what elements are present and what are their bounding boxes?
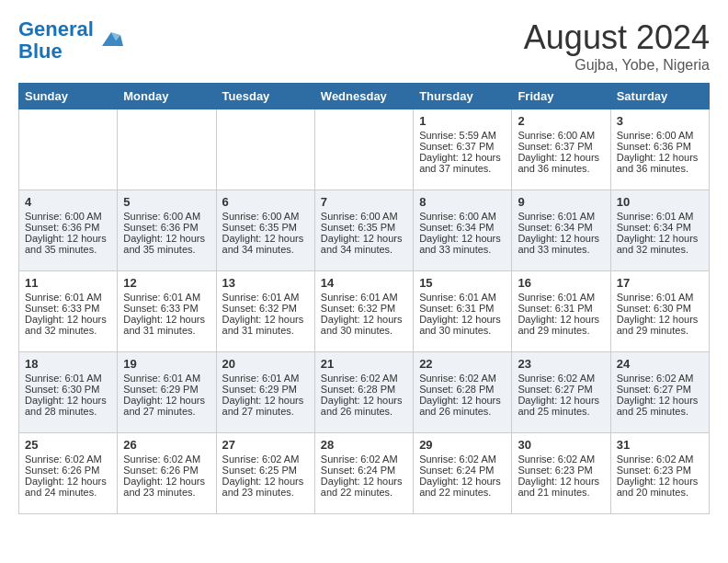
calendar-cell: 31Sunrise: 6:02 AMSunset: 6:23 PMDayligh… <box>610 433 709 514</box>
day-content: Daylight: 12 hours <box>419 152 506 163</box>
calendar-cell: 12Sunrise: 6:01 AMSunset: 6:33 PMDayligh… <box>118 271 216 352</box>
day-content: and 35 minutes. <box>123 244 210 255</box>
day-content: Sunrise: 6:00 AM <box>419 211 506 222</box>
day-content: Sunrise: 6:01 AM <box>518 211 604 222</box>
weekday-header: Wednesday <box>314 84 413 109</box>
day-number: 26 <box>123 438 210 452</box>
day-content: Sunset: 6:34 PM <box>617 222 703 233</box>
calendar-table: SundayMondayTuesdayWednesdayThursdayFrid… <box>18 83 710 514</box>
day-content: and 34 minutes. <box>222 244 309 255</box>
day-content: Daylight: 12 hours <box>518 476 604 487</box>
calendar-cell: 27Sunrise: 6:02 AMSunset: 6:25 PMDayligh… <box>216 433 314 514</box>
day-content: and 26 minutes. <box>419 406 506 417</box>
day-number: 27 <box>222 438 309 452</box>
day-content: Sunset: 6:32 PM <box>321 303 407 314</box>
day-content: Sunrise: 6:01 AM <box>419 292 506 303</box>
day-content: Sunset: 6:31 PM <box>419 303 506 314</box>
day-number: 14 <box>321 276 407 290</box>
day-content: Sunrise: 6:02 AM <box>518 373 604 384</box>
day-content: and 29 minutes. <box>617 325 703 336</box>
day-number: 19 <box>123 357 210 371</box>
day-content: Sunset: 6:37 PM <box>518 141 604 152</box>
day-content: Daylight: 12 hours <box>321 395 407 406</box>
calendar-cell: 29Sunrise: 6:02 AMSunset: 6:24 PMDayligh… <box>414 433 512 514</box>
day-content: and 25 minutes. <box>617 406 703 417</box>
calendar-cell: 16Sunrise: 6:01 AMSunset: 6:31 PMDayligh… <box>512 271 610 352</box>
day-content: Daylight: 12 hours <box>617 314 703 325</box>
calendar-cell: 4Sunrise: 6:00 AMSunset: 6:36 PMDaylight… <box>19 190 118 271</box>
calendar-week-row: 4Sunrise: 6:00 AMSunset: 6:36 PMDaylight… <box>19 190 710 271</box>
day-content: Sunset: 6:31 PM <box>518 303 604 314</box>
day-content: Sunrise: 6:01 AM <box>222 292 309 303</box>
day-content: and 35 minutes. <box>25 244 111 255</box>
day-number: 13 <box>222 276 309 290</box>
day-content: and 22 minutes. <box>419 487 506 498</box>
day-content: Sunset: 6:29 PM <box>123 384 210 395</box>
day-content: Sunrise: 6:00 AM <box>123 211 210 222</box>
day-content: Sunrise: 6:02 AM <box>222 454 309 465</box>
calendar-week-row: 18Sunrise: 6:01 AMSunset: 6:30 PMDayligh… <box>19 352 710 433</box>
day-content: Sunset: 6:36 PM <box>25 222 111 233</box>
calendar-cell: 13Sunrise: 6:01 AMSunset: 6:32 PMDayligh… <box>216 271 314 352</box>
day-content: Sunrise: 6:02 AM <box>518 454 604 465</box>
day-number: 4 <box>25 195 111 209</box>
calendar-cell: 7Sunrise: 6:00 AMSunset: 6:35 PMDaylight… <box>314 190 413 271</box>
day-content: and 25 minutes. <box>518 406 604 417</box>
day-content: and 21 minutes. <box>518 487 604 498</box>
day-content: Sunrise: 6:02 AM <box>419 454 506 465</box>
day-content: Daylight: 12 hours <box>321 476 407 487</box>
day-content: Sunset: 6:26 PM <box>123 465 210 476</box>
weekday-header: Tuesday <box>216 84 314 109</box>
day-content: Sunset: 6:24 PM <box>321 465 407 476</box>
calendar-week-row: 11Sunrise: 6:01 AMSunset: 6:33 PMDayligh… <box>19 271 710 352</box>
day-content: Sunset: 6:33 PM <box>123 303 210 314</box>
day-content: Daylight: 12 hours <box>25 476 111 487</box>
day-number: 1 <box>419 114 506 128</box>
calendar-cell: 5Sunrise: 6:00 AMSunset: 6:36 PMDaylight… <box>118 190 216 271</box>
day-content: Daylight: 12 hours <box>518 314 604 325</box>
day-number: 11 <box>25 276 111 290</box>
day-content: Sunset: 6:23 PM <box>518 465 604 476</box>
title-block: August 2024 Gujba, Yobe, Nigeria <box>524 18 710 74</box>
day-number: 24 <box>617 357 703 371</box>
day-content: Sunrise: 6:02 AM <box>617 454 703 465</box>
day-content: Sunrise: 6:02 AM <box>123 454 210 465</box>
calendar-cell: 15Sunrise: 6:01 AMSunset: 6:31 PMDayligh… <box>414 271 512 352</box>
day-content: Sunrise: 6:02 AM <box>419 373 506 384</box>
day-content: Daylight: 12 hours <box>617 395 703 406</box>
calendar-cell <box>118 109 216 190</box>
day-content: and 36 minutes. <box>518 163 604 174</box>
day-content: Daylight: 12 hours <box>123 395 210 406</box>
day-number: 29 <box>419 438 506 452</box>
day-content: Sunset: 6:25 PM <box>222 465 309 476</box>
day-content: Sunrise: 6:01 AM <box>518 292 604 303</box>
day-number: 25 <box>25 438 111 452</box>
day-content: Sunset: 6:30 PM <box>25 384 111 395</box>
day-number: 7 <box>321 195 407 209</box>
calendar-cell: 19Sunrise: 6:01 AMSunset: 6:29 PMDayligh… <box>118 352 216 433</box>
month-title: August 2024 <box>524 18 710 57</box>
day-number: 2 <box>518 114 604 128</box>
day-content: Sunrise: 6:00 AM <box>321 211 407 222</box>
weekday-header: Saturday <box>610 84 709 109</box>
weekday-header: Sunday <box>19 84 118 109</box>
day-content: Sunrise: 6:02 AM <box>25 454 111 465</box>
day-number: 22 <box>419 357 506 371</box>
calendar-cell: 18Sunrise: 6:01 AMSunset: 6:30 PMDayligh… <box>19 352 118 433</box>
day-number: 16 <box>518 276 604 290</box>
calendar-cell: 21Sunrise: 6:02 AMSunset: 6:28 PMDayligh… <box>314 352 413 433</box>
day-number: 8 <box>419 195 506 209</box>
logo-icon <box>97 28 125 53</box>
day-content: Daylight: 12 hours <box>419 476 506 487</box>
day-content: and 32 minutes. <box>25 325 111 336</box>
day-content: Daylight: 12 hours <box>123 233 210 244</box>
day-content: Sunset: 6:27 PM <box>617 384 703 395</box>
day-content: Sunset: 6:36 PM <box>123 222 210 233</box>
calendar-cell: 25Sunrise: 6:02 AMSunset: 6:26 PMDayligh… <box>19 433 118 514</box>
day-content: and 34 minutes. <box>321 244 407 255</box>
calendar-cell: 11Sunrise: 6:01 AMSunset: 6:33 PMDayligh… <box>19 271 118 352</box>
day-content: Sunset: 6:36 PM <box>617 141 703 152</box>
day-number: 12 <box>123 276 210 290</box>
day-content: Daylight: 12 hours <box>25 314 111 325</box>
calendar-cell: 24Sunrise: 6:02 AMSunset: 6:27 PMDayligh… <box>610 352 709 433</box>
